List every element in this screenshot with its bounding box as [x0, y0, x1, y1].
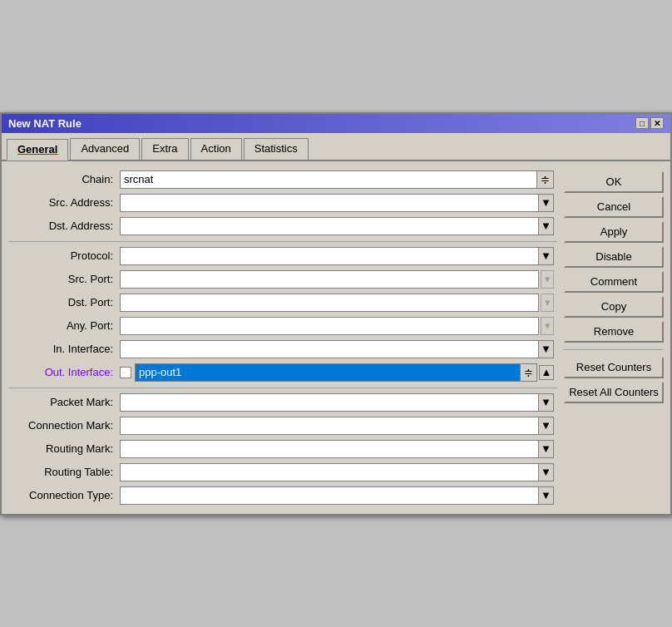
apply-button[interactable]: Apply [564, 221, 664, 243]
chain-label: Chain: [12, 173, 120, 185]
chain-dropdown-button[interactable]: ≑ [537, 170, 554, 189]
src-address-dropdown-icon: ▼ [541, 196, 551, 209]
packet-mark-row: Packet Mark: ▼ [8, 388, 557, 414]
any-port-dropdown-icon: ▾ [545, 319, 551, 332]
nat-rule-window: New NAT Rule □ ✕ General Advanced Extra … [0, 112, 672, 516]
src-port-row: Src. Port: ▾ [8, 268, 557, 291]
ok-button[interactable]: OK [564, 171, 664, 193]
tab-action[interactable]: Action [190, 138, 242, 160]
protocol-dropdown-icon: ▼ [541, 249, 551, 262]
routing-mark-label: Routing Mark: [12, 442, 120, 455]
src-port-dropdown-btn: ▾ [541, 270, 554, 289]
out-interface-checkbox[interactable] [120, 367, 131, 378]
remove-button[interactable]: Remove [564, 321, 664, 343]
close-button[interactable]: ✕ [650, 117, 664, 129]
any-port-dropdown-btn: ▾ [541, 317, 554, 335]
tab-advanced[interactable]: Advanced [70, 138, 140, 160]
any-port-input [120, 317, 539, 335]
chain-row: Chain: ≑ [8, 168, 557, 191]
connection-mark-row: Connection Mark: ▼ [8, 414, 557, 437]
src-address-row: Src. Address: ▼ [8, 191, 557, 215]
src-address-dropdown-btn[interactable]: ▼ [539, 194, 554, 212]
connection-type-label: Connection Type: [12, 489, 120, 501]
title-bar-buttons: □ ✕ [635, 117, 664, 129]
in-interface-dropdown-btn[interactable]: ▼ [539, 340, 554, 358]
src-port-dropdown-icon: ▾ [545, 273, 551, 285]
out-interface-chain-icon: ≑ [524, 366, 533, 378]
connection-type-dropdown-btn[interactable]: ▼ [539, 486, 554, 505]
buttons-panel: OK Cancel Apply Disable Comment Copy Rem… [564, 168, 664, 507]
connection-mark-input-container: ▼ [120, 417, 554, 435]
routing-mark-input-container: ▼ [120, 440, 554, 458]
form-area: Chain: ≑ Src. Address: ▼ [8, 168, 557, 507]
reset-all-counters-button[interactable]: Reset All Counters [564, 382, 664, 403]
routing-mark-input[interactable] [120, 440, 539, 458]
connection-type-input-container: ▼ [120, 486, 554, 505]
src-address-input-container: ▼ [120, 194, 554, 212]
src-port-label: Src. Port: [12, 273, 120, 285]
connection-type-input[interactable] [120, 486, 539, 505]
connection-type-row: Connection Type: ▼ [8, 484, 557, 507]
dst-address-input-container: ▼ [120, 217, 554, 235]
routing-mark-row: Routing Mark: ▼ [8, 437, 557, 461]
connection-mark-input[interactable] [120, 417, 539, 435]
packet-mark-dropdown-icon: ▼ [541, 396, 551, 408]
dst-address-dropdown-btn[interactable]: ▼ [539, 217, 554, 235]
minimize-button[interactable]: □ [635, 117, 649, 129]
routing-table-row: Routing Table: ▼ [8, 461, 557, 484]
dst-address-dropdown-icon: ▼ [541, 220, 551, 232]
out-interface-chain-btn[interactable]: ≑ [521, 363, 537, 382]
src-address-input[interactable] [120, 194, 539, 212]
protocol-input[interactable] [120, 247, 539, 265]
routing-table-input-container: ▼ [120, 463, 554, 481]
routing-mark-dropdown-icon: ▼ [541, 442, 551, 455]
dst-address-label: Dst. Address: [12, 220, 120, 232]
out-interface-row: Out. Interface: ≑ ▲ [8, 361, 557, 384]
reset-counters-button[interactable]: Reset Counters [564, 357, 664, 378]
any-port-row: Any. Port: ▾ [8, 314, 557, 338]
copy-button[interactable]: Copy [564, 296, 664, 318]
dst-port-dropdown-btn: ▾ [541, 294, 554, 312]
in-interface-input[interactable] [120, 340, 539, 358]
tab-general[interactable]: General [7, 139, 68, 160]
in-interface-input-container: ▼ [120, 340, 554, 358]
protocol-dropdown-btn[interactable]: ▼ [539, 247, 554, 265]
packet-mark-input-container: ▼ [120, 393, 554, 412]
disable-button[interactable]: Disable [564, 246, 664, 268]
out-interface-input[interactable] [135, 363, 521, 382]
dst-address-row: Dst. Address: ▼ [8, 215, 557, 238]
chain-input[interactable] [120, 170, 537, 189]
out-interface-label: Out. Interface: [12, 366, 120, 378]
out-interface-up-icon: ▲ [541, 366, 552, 378]
routing-table-input[interactable] [120, 463, 539, 481]
tab-extra[interactable]: Extra [141, 138, 188, 160]
chain-input-container: ≑ [120, 170, 554, 189]
title-bar: New NAT Rule □ ✕ [2, 114, 670, 133]
packet-mark-input[interactable] [120, 393, 539, 412]
in-interface-dropdown-icon: ▼ [541, 343, 551, 355]
cancel-button[interactable]: Cancel [564, 196, 664, 218]
connection-mark-dropdown-btn[interactable]: ▼ [539, 417, 554, 435]
protocol-label: Protocol: [12, 249, 120, 262]
out-interface-input-container: ≑ ▲ [120, 363, 554, 382]
tab-bar: General Advanced Extra Action Statistics [2, 133, 670, 161]
out-interface-up-btn[interactable]: ▲ [539, 365, 554, 380]
in-interface-row: In. Interface: ▼ [8, 338, 557, 361]
dst-address-input[interactable] [120, 217, 539, 235]
protocol-input-container: ▼ [120, 247, 554, 265]
routing-mark-dropdown-btn[interactable]: ▼ [539, 440, 554, 458]
routing-table-dropdown-btn[interactable]: ▼ [539, 463, 554, 481]
dst-port-dropdown-icon: ▾ [545, 296, 551, 309]
main-content: Chain: ≑ Src. Address: ▼ [2, 161, 670, 514]
routing-table-dropdown-icon: ▼ [541, 466, 551, 478]
tab-statistics[interactable]: Statistics [244, 138, 309, 160]
dst-port-row: Dst. Port: ▾ [8, 291, 557, 314]
src-address-label: Src. Address: [12, 196, 120, 209]
src-port-input-container: ▾ [120, 270, 554, 289]
dst-port-input [120, 294, 539, 312]
connection-type-dropdown-icon: ▼ [541, 489, 551, 501]
comment-button[interactable]: Comment [564, 271, 664, 293]
packet-mark-dropdown-btn[interactable]: ▼ [539, 393, 554, 412]
window-title: New NAT Rule [8, 117, 82, 130]
src-port-input [120, 270, 539, 289]
